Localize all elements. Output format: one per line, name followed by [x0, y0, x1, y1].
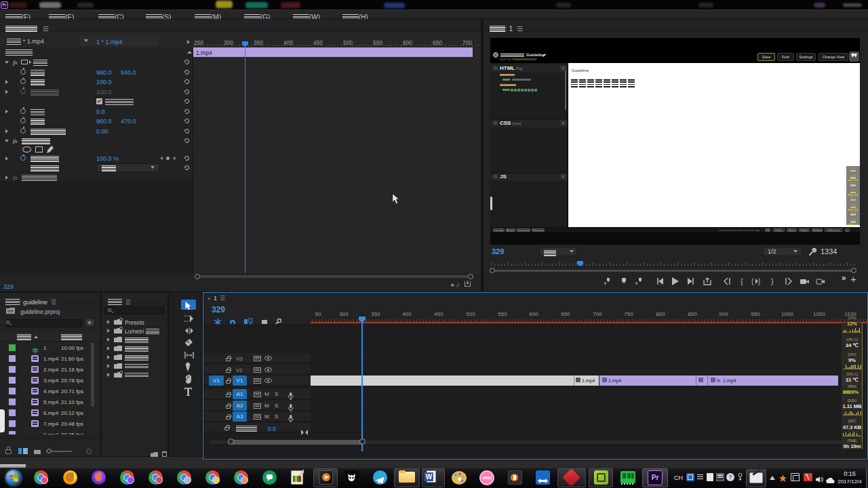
svg-text:{: { [741, 277, 743, 285]
svg-text:}: } [771, 277, 774, 285]
svg-text:{: { [751, 278, 754, 285]
svg-text:}: } [758, 278, 761, 285]
